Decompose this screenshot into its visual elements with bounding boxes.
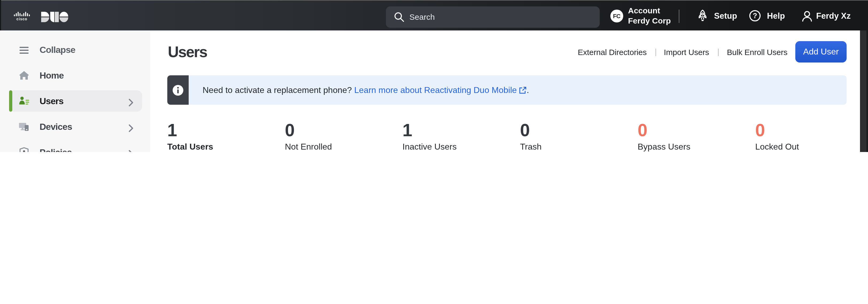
- svg-text:cisco: cisco: [17, 16, 28, 21]
- svg-text:?: ?: [753, 12, 757, 20]
